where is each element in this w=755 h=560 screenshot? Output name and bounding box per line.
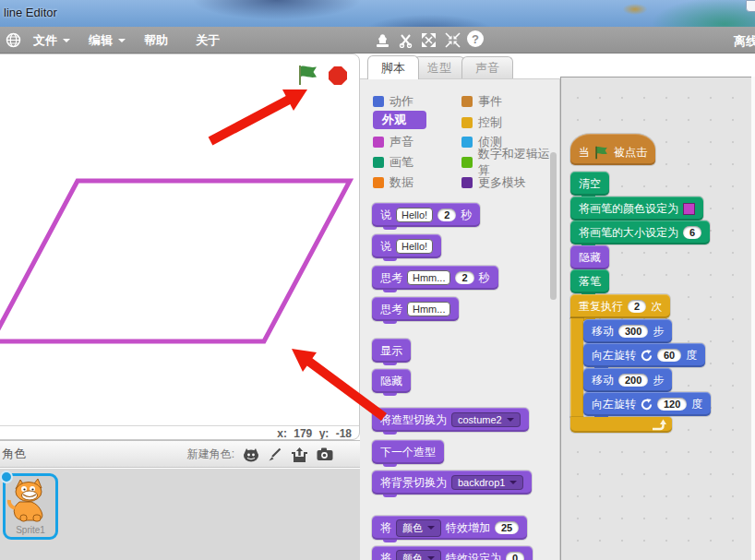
number-input[interactable]: 6 [683, 226, 701, 239]
paint-new-sprite-button[interactable] [268, 447, 282, 462]
toolbar-delete-button[interactable] [397, 31, 414, 49]
sprites-header: 角色 新建角色: [0, 440, 360, 468]
block-say[interactable]: 说 Hello! [372, 234, 441, 258]
category-sound[interactable]: 声音 [373, 134, 413, 150]
costume-dropdown[interactable]: costume2 [451, 412, 521, 427]
menu-item-edit[interactable]: 编辑 [89, 32, 126, 49]
block-move-steps[interactable]: 移动 300 步 [583, 319, 672, 343]
number-input[interactable]: 300 [618, 325, 648, 338]
script-area[interactable]: 当 被点击 清空 将画笔的颜色设定为 将画笔的大小设定为 6 隐藏 [560, 77, 751, 560]
block-switch-costume[interactable]: 将造型切换为 costume2 [372, 408, 529, 432]
tab-label: 声音 [475, 60, 499, 77]
effect-dropdown[interactable]: 颜色 [396, 519, 441, 537]
stop-icon [328, 66, 348, 86]
block-label: 秒 [479, 270, 490, 286]
tab-scripts[interactable]: 脚本 [367, 55, 419, 79]
block-hide[interactable]: 隐藏 [372, 369, 411, 393]
number-input[interactable]: 0 [506, 552, 524, 560]
sprite-info-badge[interactable] [0, 471, 13, 483]
block-label: 被点击 [614, 145, 647, 161]
camera-sprite-button[interactable] [317, 447, 334, 461]
stop-button[interactable] [328, 66, 348, 86]
category-color-swatch [373, 96, 384, 107]
category-pen[interactable]: 画笔 [373, 154, 413, 171]
number-input[interactable]: 2 [628, 300, 646, 313]
block-turn-left-degrees[interactable]: 向左旋转 60 度 [583, 343, 705, 367]
upload-sprite-button[interactable] [291, 447, 308, 462]
block-set-effect[interactable]: 将 颜色 特效设定为 0 [372, 546, 533, 560]
block-next-costume[interactable]: 下一个造型 [372, 440, 444, 464]
block-think-for-secs[interactable]: 思考 Hmm... 2 秒 [372, 266, 498, 290]
number-input[interactable]: 200 [618, 374, 648, 387]
block-set-pen-color[interactable]: 将画笔的颜色设定为 [570, 197, 703, 220]
block-label: 特效设定为 [446, 551, 501, 560]
menu-item-label: 关于 [196, 32, 220, 49]
category-label: 外观 [382, 112, 406, 128]
language-button[interactable] [5, 31, 22, 49]
block-label: 清空 [579, 176, 601, 192]
tab-sounds[interactable]: 声音 [461, 56, 513, 78]
green-flag-button[interactable] [297, 65, 319, 86]
pen-color-swatch[interactable] [683, 203, 695, 215]
tab-costumes[interactable]: 造型 [413, 56, 465, 78]
category-motion[interactable]: 动作 [373, 93, 413, 110]
y-coordinate-label: y: [319, 427, 330, 440]
number-input[interactable]: 60 [657, 349, 681, 362]
number-input[interactable]: 120 [657, 398, 687, 411]
text-input[interactable]: Hmm... [407, 302, 450, 316]
block-change-effect[interactable]: 将 颜色 特效增加 25 [372, 516, 527, 540]
block-pen-down[interactable]: 落笔 [570, 269, 609, 293]
category-events[interactable]: 事件 [461, 93, 502, 110]
chevron-down-icon [509, 481, 517, 488]
stage-coordinates: x: 179 y: -18 [273, 427, 352, 440]
text-input[interactable]: Hmm... [407, 270, 450, 285]
repeat-loop-end[interactable] [570, 417, 672, 433]
menu-item-file[interactable]: 文件 [33, 32, 70, 49]
block-think[interactable]: 思考 Hmm... [372, 297, 459, 321]
toolbar-shrink-button[interactable] [444, 31, 461, 49]
block-label: 将造型切换为 [380, 412, 447, 428]
block-when-flag-clicked[interactable]: 当 被点击 [570, 134, 655, 165]
block-move-steps[interactable]: 移动 200 步 [583, 368, 672, 392]
toolbar-help-button[interactable]: ? [467, 30, 484, 47]
category-label: 画笔 [389, 154, 413, 171]
chevron-down-icon [118, 39, 126, 46]
sprite-thumbnail-sprite1[interactable]: Sprite1 [3, 473, 58, 540]
effect-dropdown[interactable]: 颜色 [396, 550, 441, 560]
category-label: 更多模块 [478, 174, 526, 191]
stage-divider [0, 425, 359, 426]
number-input[interactable]: 25 [495, 521, 519, 534]
number-input[interactable]: 2 [455, 271, 473, 284]
script-scrollbar[interactable] [751, 77, 755, 560]
block-turn-left-degrees[interactable]: 向左旋转 120 度 [583, 392, 711, 416]
block-show[interactable]: 显示 [372, 339, 411, 363]
block-palette: 动作 外观 声音 画笔 数据 事件 控制 侦测 [360, 78, 560, 560]
menu-item-about[interactable]: 关于 [196, 32, 220, 49]
block-clear[interactable]: 清空 [570, 172, 609, 196]
category-looks-selected[interactable]: 外观 [373, 111, 426, 129]
palette-scrollbar[interactable] [550, 152, 557, 300]
block-set-pen-size[interactable]: 将画笔的大小设定为 6 [570, 220, 710, 244]
window-titlebar[interactable]: line Editor [0, 0, 755, 27]
block-hide[interactable]: 隐藏 [570, 245, 609, 269]
text-input[interactable]: Hello! [396, 239, 433, 254]
backdrop-dropdown[interactable]: backdrop1 [451, 475, 523, 490]
toolbar-grow-button[interactable] [420, 31, 437, 49]
window-control-button[interactable] [746, 0, 755, 12]
dropdown-value: costume2 [458, 414, 502, 425]
tab-label: 脚本 [381, 60, 405, 77]
category-more-blocks[interactable]: 更多模块 [461, 174, 526, 191]
text-input[interactable]: Hello! [396, 208, 433, 222]
new-sprite-label: 新建角色: [187, 447, 234, 462]
category-data[interactable]: 数据 [373, 174, 413, 191]
block-repeat[interactable]: 重复执行 2 次 [570, 294, 670, 318]
new-sprite-library-button[interactable] [243, 447, 259, 462]
toolbar-duplicate-button[interactable] [374, 31, 391, 49]
number-input[interactable]: 2 [437, 209, 456, 221]
category-operators[interactable]: 数字和逻辑运算 [461, 154, 559, 171]
window-title: line Editor [4, 6, 57, 19]
block-switch-backdrop[interactable]: 将背景切换为 backdrop1 [372, 471, 532, 494]
menu-item-help[interactable]: 帮助 [144, 32, 168, 49]
block-say-for-secs[interactable]: 说 Hello! 2 秒 [372, 203, 480, 227]
category-control[interactable]: 控制 [461, 114, 502, 131]
